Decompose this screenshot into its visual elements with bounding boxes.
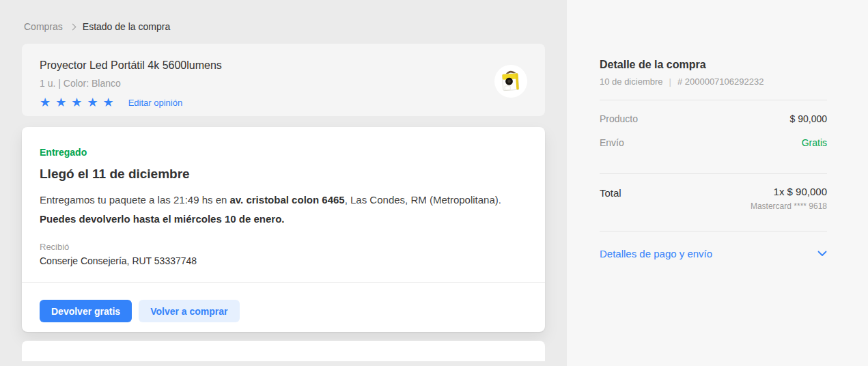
cost-value-free-shipping: Gratis [802,137,827,148]
breadcrumb: Compras Estado de la compra [24,21,567,32]
purchase-date: 10 de diciembre [600,76,663,87]
product-title: Proyector Led Portátil 4k 5600lumens [40,59,222,72]
divider [600,231,827,231]
purchase-detail-panel: Detalle de la compra 10 de diciembre | #… [567,0,868,366]
delivery-street-number: 6465 [319,194,345,206]
product-rating: ★★★★★ Editar opinión [40,96,222,109]
cost-row-shipping: Envío Gratis [600,137,827,148]
delivery-text-suffix: , Las Condes, RM (Metropolitana). [345,194,501,206]
divider [600,173,827,174]
delivery-headline: Llegó el 11 de diciembre [40,167,527,182]
star-icon: ★ [55,96,71,109]
order-number: # 2000007106292232 [677,76,764,87]
buy-again-button[interactable]: Volver a comprar [139,300,239,322]
product-thumbnail[interactable] [494,65,527,98]
delivery-status-card: Entregado Llegó el 11 de diciembre Entre… [22,127,545,332]
chevron-down-icon [817,251,827,257]
chevron-right-icon [69,24,76,31]
star-icon: ★ [40,96,55,109]
cost-label: Producto [600,113,638,124]
return-free-button[interactable]: Devolver gratis [40,300,132,322]
product-info: Proyector Led Portátil 4k 5600lumens 1 u… [40,59,222,116]
star-rating-icons: ★★★★★ [40,96,119,109]
delivery-text: Entregamos tu paquete a las 21:49 hs en [40,194,230,206]
total-amount-block: 1x $ 90,000 Mastercard **** 9618 [751,186,827,211]
status-card-actions: Devolver gratis Volver a comprar [22,282,545,322]
star-icon: ★ [103,96,119,109]
receiver-block: Recibió Conserje Consejería, RUT 5333774… [40,242,527,266]
delivery-description: Entregamos tu paquete a las 21:49 hs en … [40,191,518,229]
product-summary-card: Proyector Led Portátil 4k 5600lumens 1 u… [22,44,545,116]
total-label: Total [600,186,621,211]
cost-value: $ 90,000 [790,113,828,124]
breadcrumb-compras[interactable]: Compras [24,21,63,32]
return-text-suffix: de enero. [236,213,285,225]
product-meta: 1 u. | Color: Blanco [40,78,222,89]
cost-label: Envío [600,137,624,148]
return-text: Puedes devolverlo hasta el miércoles [40,213,225,225]
payment-method: Mastercard **** 9618 [751,201,827,211]
cost-row-product: Producto $ 90,000 [600,113,827,124]
receiver-name: Conserje Consejería, RUT 53337748 [40,255,527,266]
detail-title: Detalle de la compra [600,59,827,71]
payment-shipping-details-label: Detalles de pago y envío [600,248,712,259]
delivery-status-body: Entregado Llegó el 11 de diciembre Entre… [22,127,545,266]
divider [600,100,827,100]
next-card-partial [22,341,545,361]
total-row: Total 1x $ 90,000 Mastercard **** 9618 [600,186,827,211]
edit-review-link[interactable]: Editar opinión [128,98,183,108]
purchase-status-column: Compras Estado de la compra Proyector Le… [0,0,567,366]
payment-shipping-details-toggle[interactable]: Detalles de pago y envío [600,248,827,259]
delivery-address: av. cristobal colon [230,194,320,206]
total-value: 1x $ 90,000 [774,186,827,197]
status-badge: Entregado [40,147,527,158]
return-day: 10 [225,213,236,225]
breadcrumb-estado: Estado de la compra [83,21,170,32]
separator: | [669,76,671,87]
projector-image-icon [497,68,525,96]
receiver-label: Recibió [40,242,527,252]
star-icon: ★ [71,96,87,109]
detail-subtitle: 10 de diciembre | # 2000007106292232 [600,76,827,87]
star-icon: ★ [87,96,102,109]
